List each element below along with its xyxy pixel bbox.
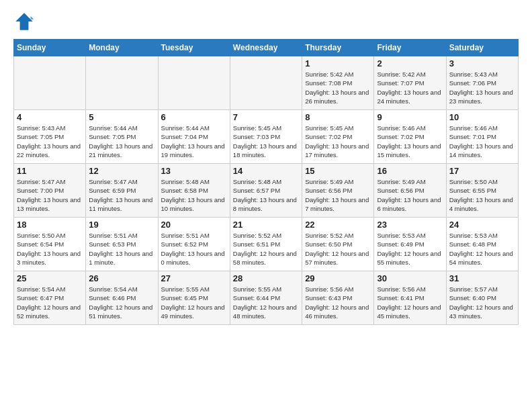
day-number: 12 — [89, 166, 154, 176]
weekday-header-wednesday: Wednesday — [230, 40, 302, 56]
calendar-cell: 2Sunrise: 5:42 AM Sunset: 7:07 PM Daylig… — [374, 56, 446, 110]
calendar-cell: 5Sunrise: 5:44 AM Sunset: 7:05 PM Daylig… — [86, 110, 158, 164]
calendar-cell — [158, 56, 230, 110]
day-number: 1 — [305, 58, 371, 68]
day-number: 29 — [305, 273, 371, 283]
calendar-cell: 21Sunrise: 5:52 AM Sunset: 6:51 PM Dayli… — [230, 218, 302, 271]
calendar-cell: 23Sunrise: 5:53 AM Sunset: 6:49 PM Dayli… — [374, 218, 446, 271]
day-number: 23 — [377, 220, 443, 230]
day-number: 15 — [305, 166, 371, 176]
day-number: 13 — [161, 166, 227, 176]
calendar-cell: 28Sunrise: 5:55 AM Sunset: 6:44 PM Dayli… — [230, 271, 302, 325]
weekday-header-sunday: Sunday — [14, 40, 86, 56]
day-info: Sunrise: 5:52 AM Sunset: 6:50 PM Dayligh… — [305, 231, 371, 267]
day-info: Sunrise: 5:47 AM Sunset: 7:00 PM Dayligh… — [17, 177, 83, 213]
day-info: Sunrise: 5:52 AM Sunset: 6:51 PM Dayligh… — [233, 231, 299, 267]
weekday-header-tuesday: Tuesday — [158, 40, 230, 56]
calendar-cell: 12Sunrise: 5:47 AM Sunset: 6:59 PM Dayli… — [86, 164, 158, 218]
calendar-cell: 19Sunrise: 5:51 AM Sunset: 6:53 PM Dayli… — [86, 218, 158, 271]
day-number: 3 — [449, 58, 515, 68]
day-info: Sunrise: 5:54 AM Sunset: 6:46 PM Dayligh… — [89, 285, 154, 320]
calendar-cell: 4Sunrise: 5:43 AM Sunset: 7:05 PM Daylig… — [14, 110, 86, 164]
day-number: 30 — [377, 273, 443, 283]
calendar-body: 1Sunrise: 5:42 AM Sunset: 7:08 PM Daylig… — [14, 56, 519, 325]
calendar-cell — [14, 56, 86, 110]
day-number: 9 — [377, 112, 443, 122]
calendar-cell: 31Sunrise: 5:57 AM Sunset: 6:40 PM Dayli… — [446, 271, 518, 325]
day-info: Sunrise: 5:48 AM Sunset: 6:57 PM Dayligh… — [233, 177, 299, 213]
calendar-cell: 11Sunrise: 5:47 AM Sunset: 7:00 PM Dayli… — [14, 164, 86, 218]
day-info: Sunrise: 5:50 AM Sunset: 6:54 PM Dayligh… — [17, 231, 83, 267]
calendar-week-2: 4Sunrise: 5:43 AM Sunset: 7:05 PM Daylig… — [14, 110, 519, 164]
calendar-cell: 13Sunrise: 5:48 AM Sunset: 6:58 PM Dayli… — [158, 164, 230, 218]
day-info: Sunrise: 5:48 AM Sunset: 6:58 PM Dayligh… — [161, 177, 227, 213]
calendar-cell: 10Sunrise: 5:46 AM Sunset: 7:01 PM Dayli… — [446, 110, 518, 164]
calendar-week-1: 1Sunrise: 5:42 AM Sunset: 7:08 PM Daylig… — [14, 56, 519, 110]
day-number: 22 — [305, 220, 371, 230]
header — [13, 11, 519, 32]
day-number: 6 — [161, 112, 227, 122]
day-info: Sunrise: 5:51 AM Sunset: 6:52 PM Dayligh… — [161, 231, 227, 267]
day-info: Sunrise: 5:49 AM Sunset: 6:56 PM Dayligh… — [305, 177, 371, 213]
day-info: Sunrise: 5:45 AM Sunset: 7:02 PM Dayligh… — [305, 124, 371, 159]
day-number: 8 — [305, 112, 371, 122]
day-info: Sunrise: 5:44 AM Sunset: 7:05 PM Dayligh… — [89, 124, 154, 159]
calendar-cell: 20Sunrise: 5:51 AM Sunset: 6:52 PM Dayli… — [158, 218, 230, 271]
day-info: Sunrise: 5:56 AM Sunset: 6:43 PM Dayligh… — [305, 285, 371, 320]
day-info: Sunrise: 5:57 AM Sunset: 6:40 PM Dayligh… — [449, 285, 515, 320]
calendar-cell: 24Sunrise: 5:53 AM Sunset: 6:48 PM Dayli… — [446, 218, 518, 271]
calendar-cell: 16Sunrise: 5:49 AM Sunset: 6:56 PM Dayli… — [374, 164, 446, 218]
calendar-cell: 29Sunrise: 5:56 AM Sunset: 6:43 PM Dayli… — [302, 271, 374, 325]
calendar-header: SundayMondayTuesdayWednesdayThursdayFrid… — [14, 40, 519, 56]
day-number: 14 — [233, 166, 299, 176]
day-info: Sunrise: 5:46 AM Sunset: 7:02 PM Dayligh… — [377, 124, 443, 159]
calendar-table: SundayMondayTuesdayWednesdayThursdayFrid… — [13, 39, 519, 325]
day-number: 16 — [377, 166, 443, 176]
weekday-header-monday: Monday — [86, 40, 158, 56]
day-info: Sunrise: 5:43 AM Sunset: 7:05 PM Dayligh… — [17, 124, 83, 159]
weekday-header-row: SundayMondayTuesdayWednesdayThursdayFrid… — [14, 40, 519, 56]
day-info: Sunrise: 5:43 AM Sunset: 7:06 PM Dayligh… — [449, 70, 515, 105]
day-info: Sunrise: 5:44 AM Sunset: 7:04 PM Dayligh… — [161, 124, 227, 159]
calendar-week-5: 25Sunrise: 5:54 AM Sunset: 6:47 PM Dayli… — [14, 271, 519, 325]
day-info: Sunrise: 5:46 AM Sunset: 7:01 PM Dayligh… — [449, 124, 515, 159]
calendar-cell: 22Sunrise: 5:52 AM Sunset: 6:50 PM Dayli… — [302, 218, 374, 271]
day-info: Sunrise: 5:54 AM Sunset: 6:47 PM Dayligh… — [17, 285, 83, 320]
day-number: 10 — [449, 112, 515, 122]
day-info: Sunrise: 5:42 AM Sunset: 7:08 PM Dayligh… — [305, 70, 371, 105]
weekday-header-thursday: Thursday — [302, 40, 374, 56]
day-info: Sunrise: 5:55 AM Sunset: 6:45 PM Dayligh… — [161, 285, 227, 320]
page: SundayMondayTuesdayWednesdayThursdayFrid… — [0, 0, 532, 332]
calendar-cell — [86, 56, 158, 110]
calendar-week-4: 18Sunrise: 5:50 AM Sunset: 6:54 PM Dayli… — [14, 218, 519, 271]
calendar-cell — [230, 56, 302, 110]
day-number: 27 — [161, 273, 227, 283]
day-info: Sunrise: 5:53 AM Sunset: 6:49 PM Dayligh… — [377, 231, 443, 267]
calendar-cell: 6Sunrise: 5:44 AM Sunset: 7:04 PM Daylig… — [158, 110, 230, 164]
day-number: 4 — [17, 112, 83, 122]
day-info: Sunrise: 5:51 AM Sunset: 6:53 PM Dayligh… — [89, 231, 154, 267]
day-number: 20 — [161, 220, 227, 230]
day-number: 7 — [233, 112, 299, 122]
day-number: 2 — [377, 58, 443, 68]
day-info: Sunrise: 5:56 AM Sunset: 6:41 PM Dayligh… — [377, 285, 443, 320]
day-number: 5 — [89, 112, 154, 122]
calendar-cell: 14Sunrise: 5:48 AM Sunset: 6:57 PM Dayli… — [230, 164, 302, 218]
calendar-cell: 1Sunrise: 5:42 AM Sunset: 7:08 PM Daylig… — [302, 56, 374, 110]
day-info: Sunrise: 5:49 AM Sunset: 6:56 PM Dayligh… — [377, 177, 443, 213]
day-number: 31 — [449, 273, 515, 283]
day-number: 21 — [233, 220, 299, 230]
day-info: Sunrise: 5:53 AM Sunset: 6:48 PM Dayligh… — [449, 231, 515, 267]
day-number: 19 — [89, 220, 154, 230]
calendar-cell: 18Sunrise: 5:50 AM Sunset: 6:54 PM Dayli… — [14, 218, 86, 271]
calendar-cell: 3Sunrise: 5:43 AM Sunset: 7:06 PM Daylig… — [446, 56, 518, 110]
weekday-header-saturday: Saturday — [446, 40, 518, 56]
day-info: Sunrise: 5:50 AM Sunset: 6:55 PM Dayligh… — [449, 177, 515, 213]
calendar-cell: 26Sunrise: 5:54 AM Sunset: 6:46 PM Dayli… — [86, 271, 158, 325]
calendar-cell: 30Sunrise: 5:56 AM Sunset: 6:41 PM Dayli… — [374, 271, 446, 325]
logo-icon — [13, 11, 35, 32]
weekday-header-friday: Friday — [374, 40, 446, 56]
day-info: Sunrise: 5:45 AM Sunset: 7:03 PM Dayligh… — [233, 124, 299, 159]
day-number: 28 — [233, 273, 299, 283]
calendar-cell: 9Sunrise: 5:46 AM Sunset: 7:02 PM Daylig… — [374, 110, 446, 164]
